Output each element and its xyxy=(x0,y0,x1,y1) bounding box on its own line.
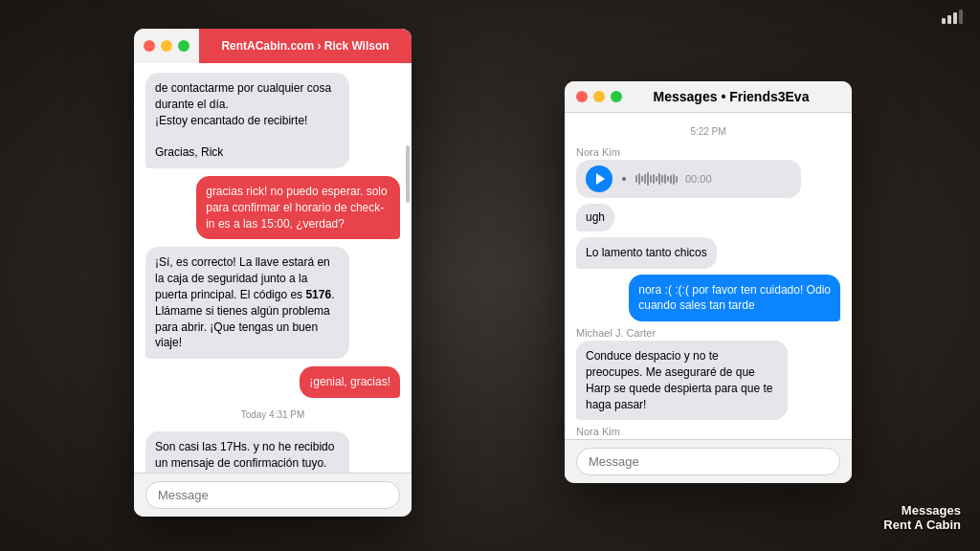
right-chat-area: 5:22 PM Nora Kim xyxy=(565,113,852,439)
scrollbar-left[interactable] xyxy=(406,63,410,473)
maximize-button-right[interactable] xyxy=(611,91,622,102)
msg-lamento: Lo lamento tanto chicos xyxy=(576,237,717,269)
right-input-area xyxy=(565,439,852,483)
audio-message-group: Nora Kim xyxy=(576,146,840,198)
timestamp-right: 5:22 PM xyxy=(576,126,840,137)
msg-received-3: Son casi las 17Hs. y no he recibido un m… xyxy=(145,431,349,473)
right-message-input[interactable] xyxy=(576,448,840,475)
left-window-title: RentACabin.com › Rick Wilson xyxy=(221,39,389,53)
play-icon xyxy=(596,173,605,185)
sender-michael: Michael J. Carter xyxy=(576,327,840,339)
minimize-button-right[interactable] xyxy=(593,91,605,102)
signal-bar-4 xyxy=(959,10,963,24)
signal-bars xyxy=(942,10,963,24)
signal-bar-3 xyxy=(953,12,957,24)
nora-last-group: Nora Kim <3 XD <3 xyxy=(576,426,840,439)
minimize-button-left[interactable] xyxy=(161,40,172,52)
audio-time: 00:00 xyxy=(685,173,712,185)
left-chat-area: de contactarme por cualquier cosa durant… xyxy=(134,63,412,473)
close-button-right[interactable] xyxy=(576,91,588,102)
right-window-title: Messages • Friends3Eva xyxy=(622,89,840,104)
audio-waveform xyxy=(635,172,678,186)
msg-sent-2: ¡genial, gracias! xyxy=(300,366,400,398)
msg-sent-blue-1: nora :( :(:( por favor ten cuidado! Odio… xyxy=(629,275,840,322)
sender-nora-audio: Nora Kim xyxy=(576,146,840,158)
msg-received-2: ¡Sí, es correcto! La llave estará en la … xyxy=(145,247,349,359)
traffic-lights-left xyxy=(134,29,199,63)
left-input-area xyxy=(134,473,412,517)
traffic-lights-right xyxy=(576,91,622,102)
bottom-labels: Messages Rent A Cabin xyxy=(883,503,961,532)
msg-ugh: ugh xyxy=(576,204,614,231)
label-cabin: Rent A Cabin xyxy=(883,518,961,532)
label-messages: Messages xyxy=(883,503,961,518)
signal-bar-2 xyxy=(947,15,951,24)
msg-michael: Conduce despacio y no te preocupes. Me a… xyxy=(576,341,788,420)
msg-sent-1: gracias rick! no puedo esperar. solo par… xyxy=(196,176,400,239)
audio-dot xyxy=(622,177,626,181)
play-button[interactable] xyxy=(586,165,612,192)
right-window: Messages • Friends3Eva 5:22 PM Nora Kim xyxy=(565,81,852,483)
right-messages: 5:22 PM Nora Kim xyxy=(565,113,852,439)
scrollbar-thumb-left xyxy=(406,145,410,203)
left-messages: de contactarme por cualquier cosa durant… xyxy=(134,63,412,473)
michael-message-group: Michael J. Carter Conduce despacio y no … xyxy=(576,327,840,420)
maximize-button-left[interactable] xyxy=(178,40,189,52)
left-message-input[interactable] xyxy=(145,481,400,509)
left-window: RentACabin.com › Rick Wilson de contacta… xyxy=(134,29,412,517)
timestamp-left: Today 4:31 PM xyxy=(145,409,400,420)
close-button-left[interactable] xyxy=(144,40,155,52)
sender-nora-last: Nora Kim xyxy=(576,426,840,437)
msg-received-1: de contactarme por cualquier cosa durant… xyxy=(145,73,349,168)
signal-bar-1 xyxy=(942,18,946,24)
right-titlebar: Messages • Friends3Eva xyxy=(565,81,852,113)
audio-bubble[interactable]: 00:00 xyxy=(576,160,801,198)
